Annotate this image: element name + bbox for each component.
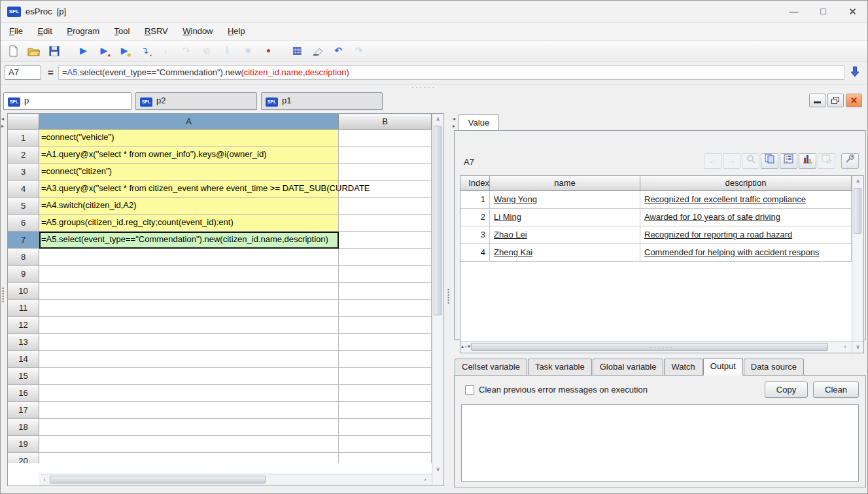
doc-restore-button[interactable]	[827, 94, 844, 107]
clean-button[interactable]: Clean	[813, 381, 859, 398]
grid-corner[interactable]	[8, 114, 39, 130]
grid-vertical-scrollbar[interactable]: ∧ ∨	[432, 114, 443, 485]
row-header[interactable]: 19	[8, 436, 39, 453]
cell-B12[interactable]	[339, 317, 432, 334]
cell-A15[interactable]	[39, 368, 339, 385]
step-over-icon[interactable]: ↴▪	[136, 43, 154, 60]
col-index[interactable]: Index	[460, 176, 490, 191]
cell-A19[interactable]	[39, 436, 339, 453]
menu-tool[interactable]: Tool	[109, 23, 136, 40]
scroll-left-icon[interactable]: ‹	[39, 474, 50, 485]
row-header[interactable]: 18	[8, 419, 39, 436]
row-header[interactable]: 6	[8, 215, 39, 232]
pin-icon[interactable]	[841, 153, 859, 169]
cell-B19[interactable]	[339, 436, 432, 453]
tab-global-variable[interactable]: Global variable	[593, 359, 664, 376]
clear-cache-icon[interactable]	[309, 43, 326, 60]
scroll-down-icon[interactable]: ∨	[852, 341, 863, 353]
bottom-splitter-handle[interactable]: ······	[650, 344, 674, 351]
scrollbar-thumb[interactable]	[434, 126, 442, 315]
cell-B10[interactable]	[339, 283, 432, 300]
row-header[interactable]: 9	[8, 266, 39, 283]
copy-data-icon[interactable]	[761, 153, 778, 169]
cell-A16[interactable]	[39, 385, 339, 402]
run-to-cursor-icon[interactable]: ▶✱	[116, 43, 133, 60]
menu-help[interactable]: Help	[222, 23, 251, 40]
tab-watch[interactable]: Watch	[664, 359, 702, 376]
open-file-icon[interactable]	[25, 43, 43, 60]
menu-window[interactable]: Window	[177, 23, 218, 40]
tab-output[interactable]: Output	[703, 358, 743, 376]
row-header[interactable]: 20	[8, 453, 39, 463]
row-header[interactable]: 4	[8, 181, 39, 198]
tab-p2[interactable]: SPLp2	[135, 92, 257, 110]
debug-run-icon[interactable]: ▶●	[95, 43, 113, 60]
formula-input[interactable]: =A5.select(event_type=="Commendation").n…	[58, 65, 844, 80]
tab-data-source[interactable]: Data source	[744, 359, 804, 376]
cell-B1[interactable]	[339, 130, 432, 147]
clean-errors-checkbox[interactable]	[465, 385, 474, 395]
calculator-icon[interactable]: ▦	[288, 43, 306, 60]
window-maximize-button[interactable]: □	[808, 1, 838, 22]
divider-handle[interactable]: ••••••	[447, 289, 450, 304]
row-header[interactable]: 11	[8, 300, 39, 317]
scrollbar-thumb[interactable]	[50, 476, 266, 484]
cell-A10[interactable]	[39, 283, 339, 300]
row-header[interactable]: 12	[8, 317, 39, 334]
collapse-right-icon[interactable]: ◂	[453, 116, 455, 122]
copy-button[interactable]: Copy	[765, 381, 808, 398]
scroll-right-icon[interactable]: ›	[420, 474, 430, 485]
new-file-icon[interactable]	[5, 43, 22, 60]
menu-file[interactable]: File	[3, 23, 29, 40]
expand-right-icon[interactable]: ▸	[453, 123, 455, 129]
table-row[interactable]: 2 Li Ming Awarded for 10 years of safe d…	[460, 209, 863, 226]
cell-B6[interactable]	[339, 215, 432, 232]
cell-B16[interactable]	[339, 385, 432, 402]
cell-A14[interactable]	[39, 351, 339, 368]
tab-p1[interactable]: SPLp1	[261, 92, 383, 110]
cell-B11[interactable]	[339, 300, 432, 317]
row-header[interactable]: 15	[8, 368, 39, 385]
expand-formula-button[interactable]	[848, 65, 862, 80]
scrollbar-thumb[interactable]	[854, 188, 861, 234]
row-header[interactable]: 16	[8, 385, 39, 402]
panel-divider[interactable]: ••••••	[444, 113, 453, 489]
col-name[interactable]: name	[490, 176, 640, 191]
cell-A13[interactable]	[39, 334, 339, 351]
cell-A6[interactable]: =A5.groups(citizen_id.reg_city;count(eve…	[39, 215, 339, 232]
collapse-left-icon[interactable]: ◂	[1, 116, 4, 122]
cell-B3[interactable]	[339, 164, 432, 181]
panel-collapse-arrows[interactable]: ▴▾	[461, 344, 474, 349]
output-text-area[interactable]	[461, 404, 859, 482]
doc-minimize-button[interactable]	[809, 94, 825, 107]
row-header[interactable]: 3	[8, 164, 39, 181]
cell-A9[interactable]	[39, 266, 339, 283]
scroll-up-icon[interactable]: ∧	[432, 114, 443, 124]
cell-B5[interactable]	[339, 198, 432, 215]
doc-close-button[interactable]: ✕	[846, 94, 862, 107]
table-row[interactable]: 3 Zhao Lei Recognized for reporting a ro…	[460, 226, 863, 244]
cell-B15[interactable]	[339, 368, 432, 385]
window-minimize-button[interactable]: —	[779, 1, 808, 22]
cell-A2[interactable]: =A1.query@x("select * from owner_info").…	[39, 147, 339, 164]
cell-B13[interactable]	[339, 334, 432, 351]
record-view-icon[interactable]	[780, 153, 797, 169]
run-icon[interactable]: ▶	[75, 43, 92, 60]
splitter-handle[interactable]: ······	[411, 84, 436, 91]
row-header[interactable]: 14	[8, 351, 39, 368]
window-close-button[interactable]: ✕	[838, 1, 867, 22]
cell-B18[interactable]	[339, 419, 432, 436]
cell-B14[interactable]	[339, 351, 432, 368]
cell-A8[interactable]	[39, 249, 339, 266]
row-header[interactable]: 5	[8, 198, 39, 215]
save-icon[interactable]	[46, 43, 63, 60]
cell-B8[interactable]	[339, 249, 432, 266]
tab-p[interactable]: SPLp	[3, 92, 131, 110]
cell-B9[interactable]	[339, 266, 432, 283]
cell-A7-selected[interactable]: =A5.select(event_type=="Commendation").n…	[39, 232, 339, 249]
chart-icon[interactable]	[799, 153, 816, 169]
column-header-b[interactable]: B	[339, 114, 432, 130]
cell-A18[interactable]	[39, 419, 339, 436]
menu-rsrv[interactable]: RSRV	[139, 23, 174, 40]
scroll-up-icon[interactable]: ∧	[852, 176, 863, 186]
